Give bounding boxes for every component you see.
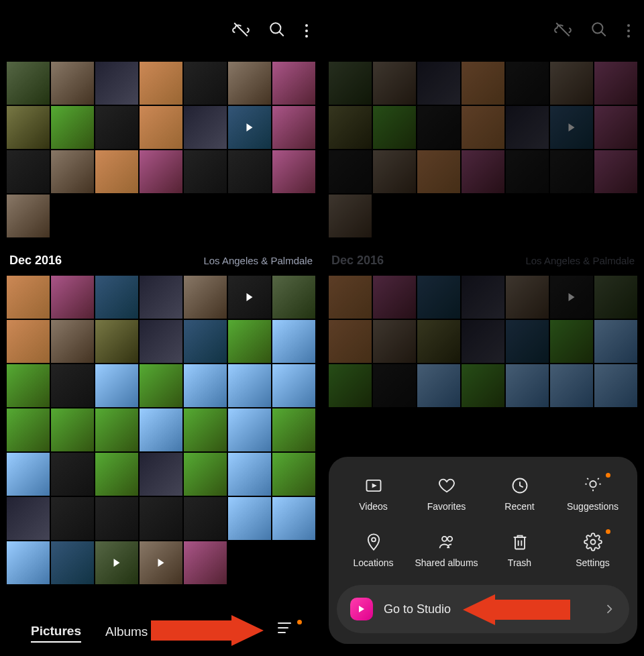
menu-item-shared-albums[interactable]: Shared albums	[410, 532, 483, 569]
section-date: Dec 2016	[9, 254, 62, 268]
photo-thumbnail[interactable]	[7, 453, 50, 496]
photo-thumbnail[interactable]	[184, 497, 227, 540]
photo-thumbnail[interactable]	[95, 497, 138, 540]
photo-thumbnail[interactable]	[51, 276, 94, 319]
photo-thumbnail[interactable]	[51, 62, 94, 105]
photo-thumbnail[interactable]	[7, 62, 50, 105]
menu-item-favorites[interactable]: Favorites	[410, 476, 483, 513]
video-thumbnail[interactable]	[228, 276, 271, 319]
photo-thumbnail[interactable]	[95, 150, 138, 193]
menu-item-videos[interactable]: Videos	[337, 476, 410, 513]
photo-thumbnail[interactable]	[272, 497, 315, 540]
photo-thumbnail[interactable]	[7, 276, 50, 319]
svg-line-11	[587, 478, 588, 480]
photo-thumbnail[interactable]	[7, 364, 50, 407]
photo-thumbnail[interactable]	[140, 497, 182, 540]
photo-thumbnail[interactable]	[95, 364, 138, 407]
photo-thumbnail[interactable]	[7, 106, 50, 149]
photo-thumbnail[interactable]	[184, 408, 227, 451]
photo-thumbnail[interactable]	[184, 276, 227, 319]
photo-thumbnail[interactable]	[272, 62, 315, 105]
more-icon[interactable]	[305, 24, 309, 38]
cloud-off-icon[interactable]	[232, 21, 250, 41]
photo-thumbnail[interactable]	[51, 320, 94, 363]
tab-stories[interactable]: Stories	[172, 624, 211, 642]
menu-item-label: Locations	[354, 557, 394, 569]
photo-thumbnail[interactable]	[140, 364, 182, 407]
svg-line-1	[279, 32, 284, 36]
menu-item-locations[interactable]: Locations	[337, 532, 410, 569]
photo-thumbnail[interactable]	[228, 150, 271, 193]
photo-thumbnail[interactable]	[51, 453, 94, 496]
photo-thumbnail[interactable]	[140, 150, 182, 193]
photo-thumbnail[interactable]	[51, 106, 94, 149]
photo-thumbnail[interactable]	[184, 453, 227, 496]
photo-thumbnail[interactable]	[51, 541, 94, 584]
tab-pictures[interactable]: Pictures	[31, 624, 81, 643]
clock-icon	[510, 476, 530, 496]
top-bar	[0, 0, 322, 62]
photo-thumbnail[interactable]	[51, 364, 94, 407]
photo-thumbnail[interactable]	[228, 497, 271, 540]
menu-item-label: Favorites	[427, 501, 466, 513]
menu-sheet: Videos Favorites Recent Suggestions Loca…	[329, 457, 637, 644]
photo-thumbnail[interactable]	[228, 364, 271, 407]
photo-thumbnail[interactable]	[228, 320, 271, 363]
photo-thumbnail[interactable]	[95, 276, 138, 319]
menu-item-label: Settings	[576, 557, 610, 569]
photo-thumbnail[interactable]	[228, 62, 271, 105]
photo-thumbnail[interactable]	[140, 320, 182, 363]
photo-thumbnail[interactable]	[184, 320, 227, 363]
photo-thumbnail[interactable]	[51, 408, 94, 451]
photo-thumbnail[interactable]	[184, 364, 227, 407]
photo-thumbnail[interactable]	[7, 195, 50, 237]
video-thumbnail[interactable]	[228, 106, 271, 149]
photo-thumbnail[interactable]	[7, 320, 50, 363]
photo-thumbnail[interactable]	[95, 62, 138, 105]
photo-thumbnail[interactable]	[140, 106, 182, 149]
menu-item-trash[interactable]: Trash	[483, 532, 556, 569]
sheet-grid: Videos Favorites Recent Suggestions Loca…	[337, 476, 629, 569]
photo-thumbnail[interactable]	[272, 320, 315, 363]
photo-thumbnail[interactable]	[51, 497, 94, 540]
thumbnail-grid-upper	[0, 62, 322, 237]
photo-thumbnail[interactable]	[140, 453, 182, 496]
notification-badge	[606, 529, 610, 534]
photo-thumbnail[interactable]	[272, 106, 315, 149]
photo-thumbnail[interactable]	[140, 408, 182, 451]
photo-thumbnail[interactable]	[272, 276, 315, 319]
photo-thumbnail[interactable]	[7, 541, 50, 584]
photo-thumbnail[interactable]	[95, 320, 138, 363]
photo-thumbnail[interactable]	[7, 497, 50, 540]
photo-thumbnail[interactable]	[184, 150, 227, 193]
photo-thumbnail[interactable]	[184, 541, 227, 584]
photo-thumbnail[interactable]	[184, 106, 227, 149]
photo-thumbnail[interactable]	[51, 150, 94, 193]
svg-point-14	[442, 536, 447, 541]
photo-thumbnail[interactable]	[140, 62, 182, 105]
photo-thumbnail[interactable]	[272, 408, 315, 451]
menu-item-recent[interactable]: Recent	[483, 476, 556, 513]
go-to-studio-button[interactable]: Go to Studio	[337, 585, 629, 633]
photo-thumbnail[interactable]	[272, 150, 315, 193]
tab-albums[interactable]: Albums	[105, 624, 148, 642]
menu-item-settings[interactable]: Settings	[556, 532, 629, 569]
photo-thumbnail[interactable]	[95, 106, 138, 149]
video-thumbnail[interactable]	[95, 541, 138, 584]
notification-badge	[297, 620, 302, 624]
bottom-nav: Pictures Albums Stories	[0, 610, 322, 656]
photo-thumbnail[interactable]	[7, 150, 50, 193]
photo-thumbnail[interactable]	[184, 62, 227, 105]
menu-button[interactable]	[278, 622, 295, 633]
photo-thumbnail[interactable]	[140, 276, 182, 319]
photo-thumbnail[interactable]	[95, 453, 138, 496]
photo-thumbnail[interactable]	[228, 453, 271, 496]
photo-thumbnail[interactable]	[7, 408, 50, 451]
video-thumbnail[interactable]	[140, 541, 182, 584]
photo-thumbnail[interactable]	[272, 453, 315, 496]
menu-item-suggestions[interactable]: Suggestions	[556, 476, 629, 513]
photo-thumbnail[interactable]	[95, 408, 138, 451]
photo-thumbnail[interactable]	[272, 364, 315, 407]
search-icon[interactable]	[268, 21, 286, 41]
photo-thumbnail[interactable]	[228, 408, 271, 451]
